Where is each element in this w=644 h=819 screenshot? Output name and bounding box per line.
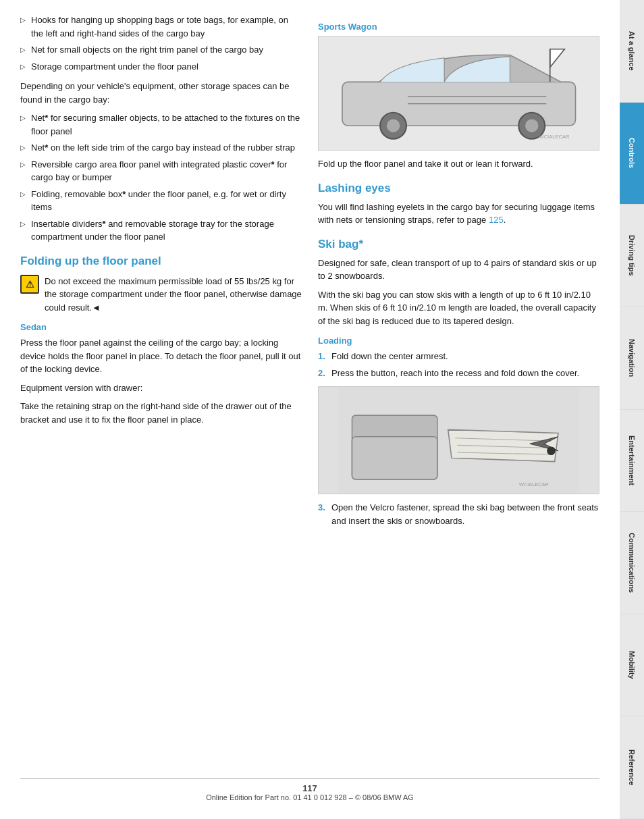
drawer-label: Equipment version with drawer: [20,381,302,395]
loading-step-3: 3. Open the Velcro fastener, spread the … [318,501,599,527]
sidebar-item-mobility[interactable]: Mobility [620,614,644,717]
ski-bag-image: WCIALECAR [318,386,599,494]
svg-point-2 [387,120,400,132]
svg-text:WCIALECAR: WCIALECAR [539,134,569,140]
sidebar-item-communications[interactable]: Communications [620,512,644,614]
sports-wagon-image: WCIALECAR [318,36,599,151]
sports-wagon-diagram: WCIALECAR [333,42,585,144]
sidebar-item-controls[interactable]: Controls [620,103,644,205]
intro-text: Depending on your vehicle's equipment, o… [20,80,302,106]
page-ref-link[interactable]: 125 [489,215,504,225]
loading-step-2: 2.Press the button, reach into the reces… [318,367,599,380]
ski-bag-heading: Ski bag* [318,238,599,251]
bullet-item: Net for small objects on the right trim … [20,43,302,57]
bullet-item: Storage compartment under the floor pane… [20,60,302,74]
footer-text: Online Edition for Part no. 01 41 0 012 … [206,793,414,801]
ski-bag-diagram: WCIALECAR [319,387,599,494]
svg-point-4 [525,120,538,132]
bullet-item: Net* for securing smaller objects, to be… [20,111,302,138]
bullet-item: Net* on the left side trim of the cargo … [20,141,302,155]
left-column: Hooks for hanging up shopping bags or to… [20,14,302,768]
svg-rect-11 [352,437,437,479]
warning-box: ⚠ Do not exceed the maximum permissible … [20,275,302,315]
svg-point-15 [547,446,556,455]
ski-bag-para1: Designed for safe, clean transport of up… [318,257,599,283]
sedan-heading: Sedan [20,322,302,332]
bullet-item: Reversible cargo area floor panel with i… [20,158,302,184]
sidebar-item-entertainment[interactable]: Entertainment [620,410,644,512]
loading-heading: Loading [318,336,599,346]
sidebar-item-navigation[interactable]: Navigation [620,307,644,410]
bullet-item: Insertable dividers* and removable stora… [20,217,302,244]
ski-bag-para2: With the ski bag you can stow skis with … [318,288,599,328]
sidebar-item-reference[interactable]: Reference [620,716,644,819]
warning-text: Do not exceed the maximum permissible lo… [45,275,302,315]
svg-text:WCIALECAR: WCIALECAR [519,481,549,487]
right-column: Sports Wagon [318,14,599,768]
sedan-text: Press the floor panel against the ceilin… [20,336,302,376]
top-bullet-list: Hooks for hanging up shopping bags or to… [20,14,302,73]
bottom-bullet-list: Net* for securing smaller objects, to be… [20,111,302,244]
folding-heading: Folding up the floor panel [20,255,302,268]
sidebar-item-at-a-glance[interactable]: At a glance [620,0,644,103]
page-number: 117 [302,783,317,793]
sports-wagon-heading: Sports Wagon [318,22,599,32]
drawer-text: Take the retaining strap on the right-ha… [20,400,302,426]
sports-wagon-text: Fold up the floor panel and take it out … [318,157,599,171]
lashing-eyes-text: You will find lashing eyelets in the car… [318,201,599,227]
warning-icon: ⚠ [20,275,39,294]
loading-steps: 1.Fold down the center armrest. 2.Press … [318,350,599,379]
sidebar: At a glance Controls Driving tips Naviga… [620,0,644,819]
page-footer: 117 Online Edition for Part no. 01 41 0 … [20,778,599,805]
loading-step-1: 1.Fold down the center armrest. [318,350,599,363]
main-content: Hooks for hanging up shopping bags or to… [0,0,620,819]
sidebar-item-driving-tips[interactable]: Driving tips [620,205,644,307]
lashing-eyes-heading: Lashing eyes [318,182,599,195]
bullet-item: Hooks for hanging up shopping bags or to… [20,14,302,40]
bullet-item: Folding, removable box* under the floor … [20,188,302,214]
loading-step3-list: 3. Open the Velcro fastener, spread the … [318,501,599,527]
